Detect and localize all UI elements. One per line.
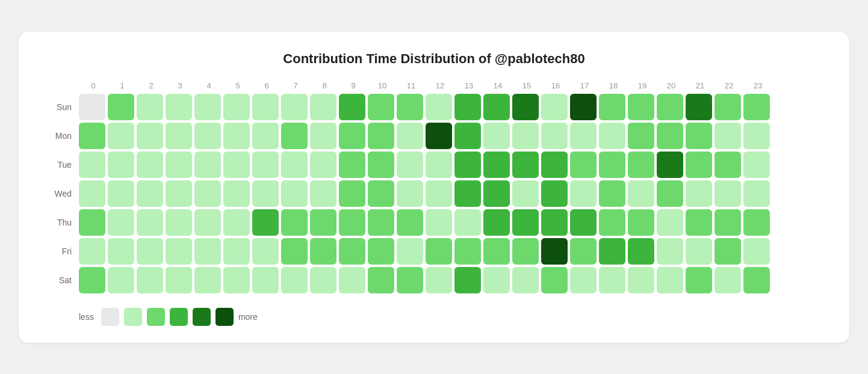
cell bbox=[426, 152, 452, 178]
cell bbox=[397, 238, 423, 265]
cell bbox=[252, 152, 279, 178]
cell bbox=[686, 94, 712, 120]
cell bbox=[512, 238, 539, 265]
hour-label: 16 bbox=[541, 81, 570, 90]
cells bbox=[79, 267, 770, 293]
cell bbox=[79, 94, 105, 120]
cell bbox=[657, 180, 683, 207]
cell bbox=[79, 267, 105, 293]
hour-label: 19 bbox=[628, 81, 657, 90]
cell bbox=[454, 94, 481, 120]
cell bbox=[223, 238, 250, 265]
cell bbox=[599, 152, 625, 178]
cells bbox=[79, 180, 770, 207]
hour-label: 7 bbox=[281, 81, 310, 90]
legend-swatch bbox=[215, 308, 234, 326]
cell bbox=[426, 238, 452, 265]
cell bbox=[194, 267, 221, 293]
legend-more-label: more bbox=[238, 312, 258, 322]
hour-label: 11 bbox=[397, 81, 426, 90]
cell bbox=[715, 152, 741, 178]
cell bbox=[137, 123, 163, 149]
cell bbox=[512, 152, 539, 178]
cell bbox=[223, 267, 250, 293]
cell bbox=[252, 267, 279, 293]
cell bbox=[599, 238, 625, 265]
cell bbox=[166, 238, 192, 265]
cell bbox=[628, 123, 654, 149]
cell bbox=[339, 267, 365, 293]
cell bbox=[743, 94, 770, 120]
cell bbox=[368, 209, 394, 236]
cell bbox=[657, 209, 683, 236]
cell bbox=[657, 267, 683, 293]
cells bbox=[79, 238, 770, 265]
cell bbox=[310, 209, 336, 236]
cell bbox=[512, 180, 539, 207]
cell bbox=[310, 180, 336, 207]
cell bbox=[397, 267, 423, 293]
hour-label: 14 bbox=[483, 81, 512, 90]
cell bbox=[454, 209, 481, 236]
cell bbox=[599, 180, 625, 207]
grid-rows: SunMonTueWedThuFriSat bbox=[43, 94, 825, 293]
cell bbox=[483, 267, 510, 293]
cell bbox=[743, 267, 770, 293]
cell bbox=[743, 180, 770, 207]
grid-row: Wed bbox=[43, 180, 825, 207]
hour-label: 3 bbox=[166, 81, 194, 90]
cell bbox=[570, 238, 597, 265]
cell bbox=[137, 209, 163, 236]
hour-labels: 01234567891011121314151617181920212223 bbox=[79, 81, 825, 90]
cell bbox=[137, 267, 163, 293]
cell bbox=[541, 267, 568, 293]
cell bbox=[79, 238, 105, 265]
cells bbox=[79, 123, 770, 149]
cell bbox=[454, 152, 481, 178]
cell bbox=[137, 152, 163, 178]
cell bbox=[368, 152, 394, 178]
cell bbox=[108, 267, 134, 293]
cell bbox=[339, 152, 365, 178]
day-label: Wed bbox=[43, 189, 79, 198]
hour-label: 20 bbox=[657, 81, 686, 90]
cell bbox=[137, 238, 163, 265]
grid-row: Tue bbox=[43, 152, 825, 178]
legend-swatch bbox=[170, 308, 188, 326]
cell bbox=[483, 123, 510, 149]
cell bbox=[252, 180, 279, 207]
cell bbox=[310, 267, 336, 293]
cell bbox=[166, 123, 192, 149]
cell bbox=[426, 209, 452, 236]
cell bbox=[715, 123, 741, 149]
day-label: Sun bbox=[43, 102, 79, 112]
cell bbox=[599, 123, 625, 149]
cell bbox=[166, 94, 192, 120]
hour-label: 15 bbox=[512, 81, 541, 90]
cell bbox=[483, 238, 510, 265]
cell bbox=[454, 238, 481, 265]
cell bbox=[108, 94, 134, 120]
cell bbox=[252, 209, 279, 236]
cell bbox=[137, 94, 163, 120]
grid-row: Sat bbox=[43, 267, 825, 293]
hour-label: 21 bbox=[686, 81, 715, 90]
cell bbox=[194, 238, 221, 265]
cell bbox=[79, 123, 105, 149]
cell bbox=[194, 152, 221, 178]
cell bbox=[628, 94, 654, 120]
cell bbox=[570, 123, 597, 149]
cell bbox=[397, 152, 423, 178]
hour-label: 18 bbox=[599, 81, 628, 90]
cell bbox=[541, 238, 568, 265]
hour-label: 4 bbox=[194, 81, 223, 90]
cell bbox=[483, 152, 510, 178]
cell bbox=[599, 209, 625, 236]
contribution-card: Contribution Time Distribution of @pablo… bbox=[19, 32, 849, 343]
hour-label: 22 bbox=[715, 81, 743, 90]
cell bbox=[715, 180, 741, 207]
cell bbox=[252, 94, 279, 120]
grid-row: Mon bbox=[43, 123, 825, 149]
cell bbox=[657, 238, 683, 265]
cell bbox=[570, 180, 597, 207]
